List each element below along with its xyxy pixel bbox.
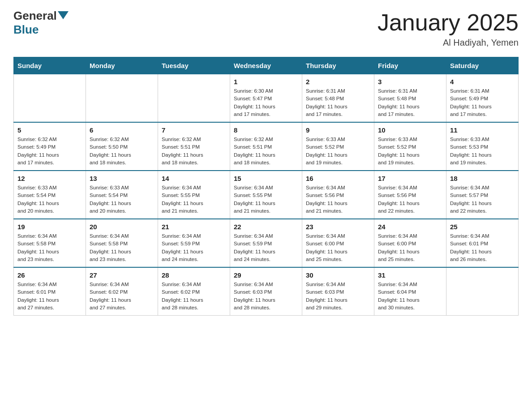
calendar-cell: 1Sunrise: 6:30 AMSunset: 5:47 PMDaylight… <box>230 74 302 123</box>
calendar-cell: 13Sunrise: 6:33 AMSunset: 5:54 PMDayligh… <box>86 171 158 219</box>
day-info: Sunrise: 6:34 AMSunset: 6:01 PMDaylight:… <box>450 232 515 263</box>
calendar-cell: 3Sunrise: 6:31 AMSunset: 5:48 PMDaylight… <box>374 74 446 123</box>
calendar-cell: 22Sunrise: 6:34 AMSunset: 5:59 PMDayligh… <box>230 219 302 267</box>
calendar-header-friday: Friday <box>374 57 446 74</box>
calendar-cell: 27Sunrise: 6:34 AMSunset: 6:02 PMDayligh… <box>86 267 158 316</box>
day-info: Sunrise: 6:32 AMSunset: 5:51 PMDaylight:… <box>234 136 298 167</box>
calendar-cell: 25Sunrise: 6:34 AMSunset: 6:01 PMDayligh… <box>446 219 519 267</box>
day-number: 26 <box>17 271 82 279</box>
day-number: 11 <box>450 126 515 134</box>
month-title: January 2025 <box>378 9 519 36</box>
calendar-table: SundayMondayTuesdayWednesdayThursdayFrid… <box>13 57 519 316</box>
day-number: 18 <box>450 175 515 182</box>
day-number: 30 <box>306 271 370 279</box>
day-number: 3 <box>378 78 442 86</box>
day-info: Sunrise: 6:34 AMSunset: 6:01 PMDaylight:… <box>17 281 82 312</box>
day-info: Sunrise: 6:32 AMSunset: 5:50 PMDaylight:… <box>90 136 154 167</box>
day-info: Sunrise: 6:31 AMSunset: 5:49 PMDaylight:… <box>450 87 515 118</box>
calendar-cell: 18Sunrise: 6:34 AMSunset: 5:57 PMDayligh… <box>446 171 519 219</box>
day-info: Sunrise: 6:32 AMSunset: 5:51 PMDaylight:… <box>162 136 226 167</box>
day-number: 7 <box>162 126 226 134</box>
calendar-cell: 24Sunrise: 6:34 AMSunset: 6:00 PMDayligh… <box>374 219 446 267</box>
day-number: 25 <box>450 223 515 231</box>
day-info: Sunrise: 6:33 AMSunset: 5:54 PMDaylight:… <box>17 184 82 215</box>
day-number: 20 <box>90 223 154 231</box>
day-info: Sunrise: 6:34 AMSunset: 6:02 PMDaylight:… <box>90 281 154 312</box>
day-info: Sunrise: 6:34 AMSunset: 5:55 PMDaylight:… <box>162 184 226 215</box>
day-info: Sunrise: 6:34 AMSunset: 5:55 PMDaylight:… <box>234 184 298 215</box>
day-number: 15 <box>234 175 298 182</box>
calendar-cell: 23Sunrise: 6:34 AMSunset: 6:00 PMDayligh… <box>302 219 374 267</box>
day-number: 16 <box>306 175 370 182</box>
day-number: 27 <box>90 271 154 279</box>
day-number: 14 <box>162 175 226 182</box>
calendar-cell <box>14 74 86 123</box>
day-info: Sunrise: 6:30 AMSunset: 5:47 PMDaylight:… <box>234 87 298 118</box>
day-info: Sunrise: 6:34 AMSunset: 5:59 PMDaylight:… <box>234 232 298 263</box>
calendar-cell: 7Sunrise: 6:32 AMSunset: 5:51 PMDaylight… <box>158 122 230 171</box>
day-number: 28 <box>162 271 226 279</box>
calendar-cell: 19Sunrise: 6:34 AMSunset: 5:58 PMDayligh… <box>14 219 86 267</box>
logo-general-text: General <box>13 9 57 23</box>
calendar-cell: 16Sunrise: 6:34 AMSunset: 5:56 PMDayligh… <box>302 171 374 219</box>
day-info: Sunrise: 6:34 AMSunset: 5:56 PMDaylight:… <box>306 184 370 215</box>
day-number: 13 <box>90 175 154 182</box>
calendar-cell: 17Sunrise: 6:34 AMSunset: 5:56 PMDayligh… <box>374 171 446 219</box>
day-info: Sunrise: 6:34 AMSunset: 5:59 PMDaylight:… <box>162 232 226 263</box>
day-number: 2 <box>306 78 370 86</box>
day-number: 8 <box>234 126 298 134</box>
page-header: General Blue January 2025 Al Hadiyah, Ye… <box>13 9 519 48</box>
logo-blue-text: Blue <box>13 23 39 37</box>
calendar-header-wednesday: Wednesday <box>230 57 302 74</box>
day-number: 10 <box>378 126 442 134</box>
day-info: Sunrise: 6:32 AMSunset: 5:49 PMDaylight:… <box>17 136 82 167</box>
calendar-cell: 30Sunrise: 6:34 AMSunset: 6:03 PMDayligh… <box>302 267 374 316</box>
calendar-cell <box>446 267 519 316</box>
day-number: 4 <box>450 78 515 86</box>
calendar-header-tuesday: Tuesday <box>158 57 230 74</box>
calendar-header-saturday: Saturday <box>446 57 519 74</box>
calendar-week-row: 1Sunrise: 6:30 AMSunset: 5:47 PMDaylight… <box>14 74 519 123</box>
calendar-cell: 8Sunrise: 6:32 AMSunset: 5:51 PMDaylight… <box>230 122 302 171</box>
day-number: 1 <box>234 78 298 86</box>
day-info: Sunrise: 6:34 AMSunset: 5:58 PMDaylight:… <box>90 232 154 263</box>
calendar-cell: 31Sunrise: 6:34 AMSunset: 6:04 PMDayligh… <box>374 267 446 316</box>
calendar-cell: 6Sunrise: 6:32 AMSunset: 5:50 PMDaylight… <box>86 122 158 171</box>
calendar-cell: 15Sunrise: 6:34 AMSunset: 5:55 PMDayligh… <box>230 171 302 219</box>
day-info: Sunrise: 6:31 AMSunset: 5:48 PMDaylight:… <box>306 87 370 118</box>
day-info: Sunrise: 6:34 AMSunset: 5:56 PMDaylight:… <box>378 184 442 215</box>
calendar-cell: 28Sunrise: 6:34 AMSunset: 6:02 PMDayligh… <box>158 267 230 316</box>
day-info: Sunrise: 6:33 AMSunset: 5:52 PMDaylight:… <box>378 136 442 167</box>
calendar-cell: 4Sunrise: 6:31 AMSunset: 5:49 PMDaylight… <box>446 74 519 123</box>
day-info: Sunrise: 6:34 AMSunset: 6:00 PMDaylight:… <box>378 232 442 263</box>
calendar-cell: 21Sunrise: 6:34 AMSunset: 5:59 PMDayligh… <box>158 219 230 267</box>
day-number: 23 <box>306 223 370 231</box>
logo-arrow-icon <box>58 11 69 19</box>
calendar-week-row: 12Sunrise: 6:33 AMSunset: 5:54 PMDayligh… <box>14 171 519 219</box>
calendar-cell: 2Sunrise: 6:31 AMSunset: 5:48 PMDaylight… <box>302 74 374 123</box>
day-number: 9 <box>306 126 370 134</box>
calendar-cell: 14Sunrise: 6:34 AMSunset: 5:55 PMDayligh… <box>158 171 230 219</box>
day-info: Sunrise: 6:34 AMSunset: 5:58 PMDaylight:… <box>17 232 82 263</box>
calendar-week-row: 26Sunrise: 6:34 AMSunset: 6:01 PMDayligh… <box>14 267 519 316</box>
calendar-cell: 12Sunrise: 6:33 AMSunset: 5:54 PMDayligh… <box>14 171 86 219</box>
calendar-cell: 26Sunrise: 6:34 AMSunset: 6:01 PMDayligh… <box>14 267 86 316</box>
calendar-cell <box>158 74 230 123</box>
day-number: 19 <box>17 223 82 231</box>
logo: General Blue <box>13 9 69 37</box>
calendar-header-row: SundayMondayTuesdayWednesdayThursdayFrid… <box>14 57 519 74</box>
day-info: Sunrise: 6:33 AMSunset: 5:54 PMDaylight:… <box>90 184 154 215</box>
day-info: Sunrise: 6:34 AMSunset: 6:02 PMDaylight:… <box>162 281 226 312</box>
day-number: 17 <box>378 175 442 182</box>
day-info: Sunrise: 6:34 AMSunset: 6:03 PMDaylight:… <box>306 281 370 312</box>
day-info: Sunrise: 6:33 AMSunset: 5:53 PMDaylight:… <box>450 136 515 167</box>
calendar-week-row: 19Sunrise: 6:34 AMSunset: 5:58 PMDayligh… <box>14 219 519 267</box>
calendar-header-monday: Monday <box>86 57 158 74</box>
day-number: 31 <box>378 271 442 279</box>
day-number: 22 <box>234 223 298 231</box>
calendar-cell: 29Sunrise: 6:34 AMSunset: 6:03 PMDayligh… <box>230 267 302 316</box>
day-info: Sunrise: 6:34 AMSunset: 6:04 PMDaylight:… <box>378 281 442 312</box>
day-info: Sunrise: 6:34 AMSunset: 5:57 PMDaylight:… <box>450 184 515 215</box>
day-info: Sunrise: 6:34 AMSunset: 6:03 PMDaylight:… <box>234 281 298 312</box>
calendar-header-sunday: Sunday <box>14 57 86 74</box>
